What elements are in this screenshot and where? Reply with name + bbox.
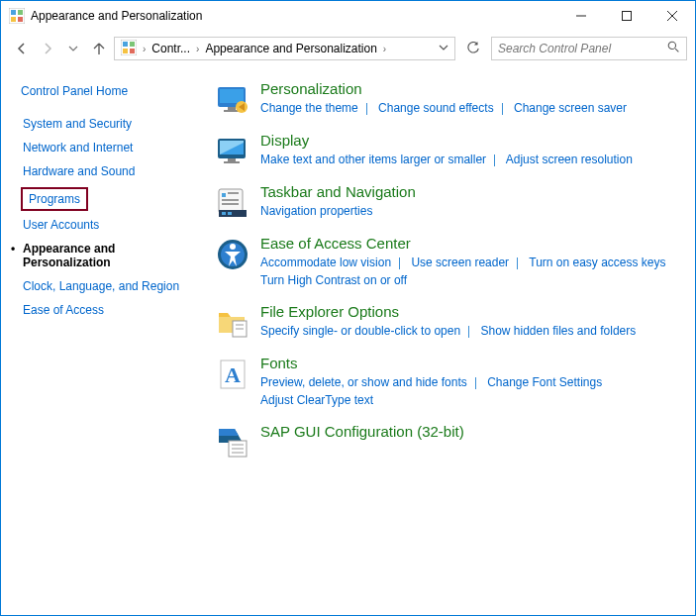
sidebar-item-network-internet[interactable]: Network and Internet xyxy=(21,140,193,155)
svg-rect-10 xyxy=(123,42,128,47)
category-title-display[interactable]: Display xyxy=(260,132,675,149)
svg-point-14 xyxy=(668,42,675,49)
minimize-button[interactable] xyxy=(558,1,604,31)
titlebar: Appearance and Personalization xyxy=(1,1,695,31)
address-dropdown-icon[interactable] xyxy=(439,42,448,55)
svg-rect-25 xyxy=(224,161,240,163)
folder-options-icon xyxy=(215,305,250,341)
svg-rect-1 xyxy=(11,10,16,15)
forward-button[interactable] xyxy=(39,40,56,57)
sidebar-item-programs[interactable]: Programs xyxy=(27,191,82,207)
ease-of-access-icon xyxy=(215,237,250,272)
sidebar-item-user-accounts[interactable]: User Accounts xyxy=(21,217,193,233)
search-placeholder: Search Control Panel xyxy=(498,42,611,55)
svg-text:A: A xyxy=(225,362,241,387)
window-controls xyxy=(558,1,695,31)
control-panel-icon-small xyxy=(121,40,137,58)
category-taskbar: Taskbar and Navigation Navigation proper… xyxy=(215,183,675,221)
sidebar-item-appearance[interactable]: Appearance and Personalization xyxy=(21,241,193,270)
svg-rect-27 xyxy=(222,193,226,197)
recent-dropdown[interactable] xyxy=(64,40,82,57)
refresh-button[interactable] xyxy=(461,37,485,60)
link-navigation-properties[interactable]: Navigation properties xyxy=(260,204,372,218)
link-preview-delete-fonts[interactable]: Preview, delete, or show and hide fonts xyxy=(260,375,467,389)
category-display: Display Make text and other items larger… xyxy=(215,132,675,169)
link-adjust-cleartype[interactable]: Adjust ClearType text xyxy=(260,393,373,407)
link-change-sound-effects[interactable]: Change sound effects xyxy=(378,101,494,115)
chevron-right-icon[interactable]: › xyxy=(383,44,386,54)
svg-rect-17 xyxy=(220,89,244,103)
fonts-icon: A xyxy=(215,357,250,392)
svg-line-15 xyxy=(675,49,678,51)
link-adjust-resolution[interactable]: Adjust screen resolution xyxy=(506,153,633,166)
link-single-double-click[interactable]: Specify single- or double-click to open xyxy=(260,324,460,338)
display-icon xyxy=(215,134,250,169)
category-file-explorer: File Explorer Options Specify single- or… xyxy=(215,303,675,341)
control-panel-home-link[interactable]: Control Panel Home xyxy=(21,84,193,98)
svg-rect-13 xyxy=(130,49,135,53)
toolbar: › Contr... › Appearance and Personalizat… xyxy=(1,31,695,66)
category-title-sap-gui[interactable]: SAP GUI Configuration (32-bit) xyxy=(260,423,675,440)
annotation-highlight: Programs xyxy=(21,187,88,211)
breadcrumb-control-panel[interactable]: Contr... xyxy=(151,42,190,55)
svg-rect-4 xyxy=(18,17,23,22)
link-text-larger-smaller[interactable]: Make text and other items larger or smal… xyxy=(260,153,486,166)
maximize-button[interactable] xyxy=(604,1,649,31)
svg-rect-18 xyxy=(228,107,236,110)
svg-rect-3 xyxy=(11,17,16,22)
link-change-screen-saver[interactable]: Change screen saver xyxy=(514,101,627,115)
link-show-hidden-files[interactable]: Show hidden files and folders xyxy=(480,324,636,338)
category-title-ease-of-access[interactable]: Ease of Access Center xyxy=(260,235,675,252)
window-title: Appearance and Personalization xyxy=(31,9,202,23)
body: Control Panel Home System and Security N… xyxy=(1,66,695,615)
category-ease-of-access: Ease of Access Center Accommodate low vi… xyxy=(215,235,675,289)
close-button[interactable] xyxy=(649,1,695,31)
sidebar-item-system-security[interactable]: System and Security xyxy=(21,116,193,132)
link-easy-access-keys[interactable]: Turn on easy access keys xyxy=(529,256,665,269)
personalization-icon xyxy=(215,82,250,118)
svg-rect-33 xyxy=(228,212,232,215)
svg-point-36 xyxy=(230,244,236,250)
category-title-file-explorer[interactable]: File Explorer Options xyxy=(260,303,675,320)
sidebar: Control Panel Home System and Security N… xyxy=(1,66,205,615)
control-panel-icon xyxy=(9,8,25,24)
category-title-fonts[interactable]: Fonts xyxy=(260,355,675,371)
category-title-taskbar[interactable]: Taskbar and Navigation xyxy=(260,183,675,200)
link-change-font-settings[interactable]: Change Font Settings xyxy=(487,375,602,389)
sidebar-item-ease-of-access[interactable]: Ease of Access xyxy=(21,302,193,318)
category-fonts: A Fonts Preview, delete, or show and hid… xyxy=(215,355,675,409)
svg-rect-6 xyxy=(623,12,632,21)
address-bar[interactable]: › Contr... › Appearance and Personalizat… xyxy=(114,37,455,60)
svg-rect-24 xyxy=(228,158,236,161)
category-sap-gui: SAP GUI Configuration (32-bit) xyxy=(215,423,675,461)
link-high-contrast[interactable]: Turn High Contrast on or off xyxy=(260,273,407,287)
link-change-theme[interactable]: Change the theme xyxy=(260,101,358,115)
chevron-right-icon[interactable]: › xyxy=(143,44,146,54)
sidebar-item-clock-language[interactable]: Clock, Language, and Region xyxy=(21,278,193,294)
svg-rect-2 xyxy=(18,10,23,15)
taskbar-icon xyxy=(215,185,250,221)
sidebar-item-hardware-sound[interactable]: Hardware and Sound xyxy=(21,163,193,179)
control-panel-window: Appearance and Personalization xyxy=(0,0,696,616)
svg-rect-11 xyxy=(130,42,135,47)
category-title-personalization[interactable]: Personalization xyxy=(260,80,675,97)
main-content: Personalization Change the theme Change … xyxy=(205,66,695,615)
breadcrumb-current[interactable]: Appearance and Personalization xyxy=(205,42,376,55)
up-button[interactable] xyxy=(90,40,108,57)
chevron-right-icon[interactable]: › xyxy=(196,44,199,54)
category-personalization: Personalization Change the theme Change … xyxy=(215,80,675,118)
search-box[interactable]: Search Control Panel xyxy=(491,37,687,60)
search-icon xyxy=(667,41,680,56)
sap-gui-icon xyxy=(215,425,250,461)
link-accommodate-low-vision[interactable]: Accommodate low vision xyxy=(260,256,391,269)
link-use-screen-reader[interactable]: Use screen reader xyxy=(411,256,509,269)
svg-rect-32 xyxy=(222,212,226,215)
svg-rect-12 xyxy=(123,49,128,53)
back-button[interactable] xyxy=(13,40,31,57)
